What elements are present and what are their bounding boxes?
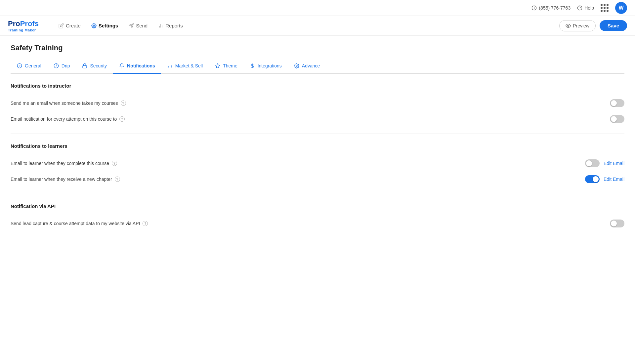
toggle-thumb	[611, 116, 617, 122]
svg-marker-16	[215, 63, 220, 68]
tab-drip[interactable]: Drip	[47, 59, 76, 74]
page-content: Safety Training General Drip Security	[0, 36, 635, 246]
tab-integrations[interactable]: Integrations	[243, 59, 288, 74]
security-icon	[82, 63, 88, 69]
email-complete-toggle[interactable]	[585, 159, 600, 167]
row-email-attempt: Email notification for every attempt on …	[11, 111, 624, 127]
top-bar: (855) 776-7763 Help W	[0, 0, 635, 16]
logo-profs: Profs	[20, 20, 39, 28]
phone-icon	[531, 5, 537, 11]
tab-general[interactable]: General	[11, 59, 47, 74]
user-avatar[interactable]: W	[615, 2, 627, 14]
nav-bar: ProProfs Training Maker Create Settings …	[0, 16, 635, 36]
notifications-icon	[119, 63, 125, 69]
reports-icon	[158, 23, 163, 28]
email-chapter-label: Email to learner when they receive a new…	[11, 177, 580, 182]
send-icon	[129, 23, 134, 28]
email-chapter-controls: Edit Email	[585, 175, 624, 183]
nav-create[interactable]: Create	[59, 23, 81, 28]
tab-security[interactable]: Security	[76, 59, 113, 74]
nav-reports[interactable]: Reports	[158, 23, 183, 28]
email-takes-help[interactable]: ?	[121, 101, 126, 106]
email-complete-help[interactable]: ?	[112, 161, 117, 166]
logo[interactable]: ProProfs Training Maker	[8, 20, 39, 32]
tab-general-label: General	[25, 63, 41, 68]
nav-send-label: Send	[136, 23, 148, 28]
api-section-title: Notification via API	[11, 203, 624, 209]
email-attempt-label: Email notification for every attempt on …	[11, 116, 605, 122]
advance-icon	[294, 63, 300, 69]
email-takes-label: Send me an email when someone takes my c…	[11, 101, 605, 106]
tab-notifications-label: Notifications	[127, 63, 155, 68]
nav-send[interactable]: Send	[129, 23, 148, 28]
toggle-thumb	[593, 176, 599, 182]
phone-item[interactable]: (855) 776-7763	[531, 5, 571, 11]
email-complete-label: Email to learner when they complete this…	[11, 161, 580, 166]
save-button[interactable]: Save	[600, 20, 627, 31]
nav-actions: Preview Save	[559, 20, 627, 31]
toggle-thumb	[586, 160, 592, 166]
email-complete-controls: Edit Email	[585, 159, 624, 167]
avatar-letter: W	[618, 5, 623, 11]
email-takes-toggle[interactable]	[610, 99, 624, 107]
preview-label: Preview	[573, 23, 589, 28]
help-item[interactable]: Help	[577, 5, 594, 11]
lead-capture-controls	[610, 220, 624, 227]
learners-section: Notifications to learners Email to learn…	[11, 134, 624, 194]
save-label: Save	[608, 23, 619, 28]
page-title: Safety Training	[11, 44, 624, 52]
settings-icon	[91, 23, 97, 28]
tab-market-sell[interactable]: Market & Sell	[161, 59, 209, 74]
nav-settings[interactable]: Settings	[91, 23, 118, 28]
toggle-thumb	[611, 221, 617, 226]
nav-settings-label: Settings	[99, 23, 118, 28]
email-complete-edit[interactable]: Edit Email	[604, 161, 624, 166]
logo-pro: Pro	[8, 20, 20, 28]
tab-integrations-label: Integrations	[258, 63, 282, 68]
tab-theme[interactable]: Theme	[209, 59, 243, 74]
email-chapter-help[interactable]: ?	[115, 177, 120, 182]
svg-point-3	[93, 25, 95, 26]
svg-point-18	[296, 65, 297, 66]
general-icon	[17, 63, 22, 69]
svg-point-9	[568, 25, 569, 26]
tab-notifications[interactable]: Notifications	[113, 59, 161, 74]
nav-items: Create Settings Send Reports Preview Sav…	[59, 20, 627, 31]
tab-security-label: Security	[90, 63, 107, 68]
row-lead-capture: Send lead capture & course attempt data …	[11, 216, 624, 231]
apps-grid[interactable]	[601, 4, 609, 12]
row-email-complete: Email to learner when they complete this…	[11, 155, 624, 171]
tab-market-sell-label: Market & Sell	[175, 63, 203, 68]
preview-button[interactable]: Preview	[559, 20, 596, 31]
nav-reports-label: Reports	[165, 23, 183, 28]
logo-sub: Training Maker	[8, 28, 39, 32]
svg-rect-12	[83, 65, 87, 68]
tab-advance-label: Advance	[302, 63, 320, 68]
email-attempt-help[interactable]: ?	[119, 116, 125, 122]
email-attempt-toggle[interactable]	[610, 115, 624, 123]
email-takes-controls	[610, 99, 624, 107]
row-email-takes: Send me an email when someone takes my c…	[11, 95, 624, 111]
email-chapter-edit[interactable]: Edit Email	[604, 177, 624, 182]
tab-advance[interactable]: Advance	[288, 59, 326, 74]
market-icon	[167, 63, 173, 69]
drip-icon	[53, 63, 59, 69]
api-section: Notification via API Send lead capture &…	[11, 194, 624, 238]
lead-capture-label: Send lead capture & course attempt data …	[11, 221, 605, 226]
row-email-chapter: Email to learner when they receive a new…	[11, 171, 624, 187]
email-chapter-toggle[interactable]	[585, 175, 600, 183]
email-attempt-controls	[610, 115, 624, 123]
eye-icon	[566, 23, 571, 28]
tabs-bar: General Drip Security Notifications	[11, 59, 624, 74]
nav-create-label: Create	[66, 23, 81, 28]
integrations-icon	[249, 63, 255, 69]
lead-capture-help[interactable]: ?	[143, 221, 148, 226]
help-icon	[577, 5, 582, 11]
lead-capture-toggle[interactable]	[610, 220, 624, 227]
instructor-section-title: Notifications to instructor	[11, 83, 624, 89]
theme-icon	[215, 63, 221, 69]
phone-number: (855) 776-7763	[539, 5, 571, 11]
instructor-section: Notifications to instructor Send me an e…	[11, 74, 624, 134]
learners-section-title: Notifications to learners	[11, 143, 624, 149]
tab-drip-label: Drip	[62, 63, 70, 68]
